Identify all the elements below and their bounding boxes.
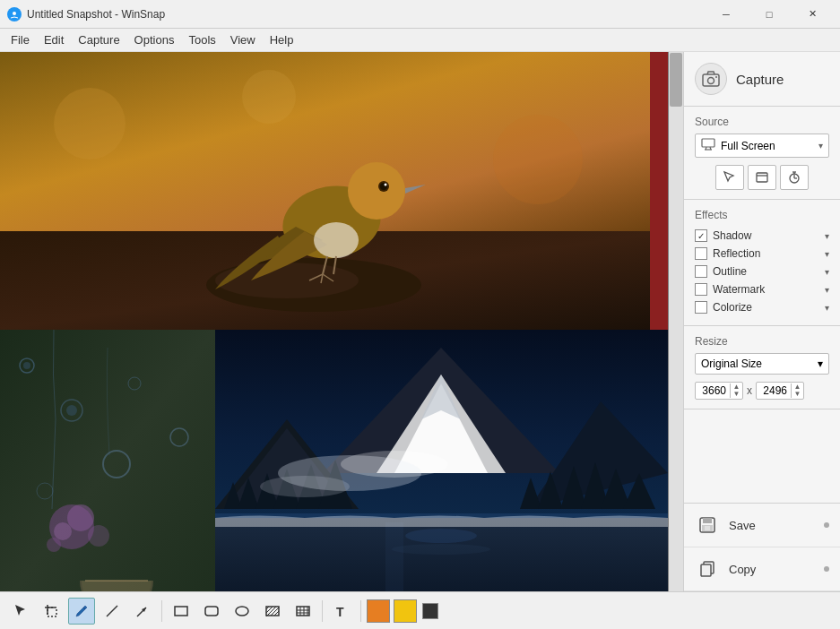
resize-label: Resize bbox=[695, 335, 829, 348]
save-icon bbox=[695, 513, 720, 538]
spacer bbox=[684, 409, 840, 503]
close-button[interactable]: ✕ bbox=[792, 0, 833, 29]
secondary-color-swatch[interactable] bbox=[394, 599, 417, 623]
svg-rect-79 bbox=[703, 518, 712, 523]
shadow-checkbox[interactable]: ✓ bbox=[695, 229, 707, 242]
svg-rect-92 bbox=[205, 607, 218, 616]
outline-checkbox[interactable] bbox=[695, 265, 707, 278]
svg-point-58 bbox=[260, 476, 350, 497]
menu-item-file[interactable]: File bbox=[4, 31, 37, 48]
actions-section: Save Copy bbox=[684, 503, 840, 591]
resize-section: Resize Original Size ▾ 3660 ▲ ▼ x 2496 bbox=[684, 326, 840, 409]
window-title: Untitled Snapshot - WinSnap bbox=[27, 8, 706, 21]
capture-section: Capture bbox=[684, 52, 840, 107]
svg-point-5 bbox=[242, 70, 296, 124]
width-input[interactable]: 3660 ▲ ▼ bbox=[695, 382, 743, 400]
select-mode-btn[interactable] bbox=[715, 165, 744, 190]
svg-point-34 bbox=[47, 538, 61, 552]
monitor-icon bbox=[701, 138, 715, 153]
svg-rect-67 bbox=[702, 139, 714, 147]
effect-row-reflection[interactable]: Reflection ▾ bbox=[695, 245, 829, 263]
image-bird bbox=[0, 52, 668, 330]
svg-line-96 bbox=[266, 607, 273, 613]
hatch-tool[interactable] bbox=[259, 598, 286, 625]
window-controls: ─ □ ✕ bbox=[706, 0, 833, 29]
source-dropdown[interactable]: Full Screen ▾ bbox=[695, 134, 829, 158]
source-section: Source Full Screen ▾ bbox=[684, 107, 840, 200]
scrollbar-thumb[interactable] bbox=[670, 53, 682, 107]
shadow-expand[interactable]: ▾ bbox=[825, 231, 829, 241]
svg-point-33 bbox=[88, 525, 109, 547]
save-dot bbox=[824, 522, 829, 528]
svg-point-31 bbox=[67, 504, 94, 531]
svg-point-57 bbox=[341, 451, 448, 478]
svg-point-1 bbox=[13, 12, 16, 15]
save-button[interactable]: Save bbox=[684, 504, 840, 547]
resize-mode-dropdown[interactable]: Original Size ▾ bbox=[695, 353, 829, 375]
svg-point-61 bbox=[405, 529, 477, 543]
display-icon bbox=[701, 138, 715, 151]
rect-tool[interactable] bbox=[168, 598, 195, 625]
outline-expand[interactable]: ▾ bbox=[825, 267, 829, 277]
reflection-checkbox[interactable] bbox=[695, 247, 707, 260]
height-value: 2496 bbox=[757, 383, 791, 399]
effect-row-colorize[interactable]: Colorize ▾ bbox=[695, 298, 829, 316]
height-input[interactable]: 2496 ▲ ▼ bbox=[756, 382, 804, 400]
svg-rect-81 bbox=[705, 526, 710, 530]
svg-point-6 bbox=[493, 115, 583, 204]
select-tool[interactable] bbox=[7, 598, 34, 625]
sep2 bbox=[322, 600, 323, 622]
window-mode-btn[interactable] bbox=[748, 165, 776, 190]
capture-icon bbox=[695, 63, 727, 95]
colorize-expand[interactable]: ▾ bbox=[825, 303, 829, 313]
svg-rect-21 bbox=[0, 330, 215, 591]
app-icon bbox=[7, 7, 22, 22]
menu-item-edit[interactable]: Edit bbox=[37, 31, 71, 48]
line-tool[interactable] bbox=[99, 598, 126, 625]
maximize-button[interactable]: □ bbox=[749, 0, 790, 29]
source-value: Full Screen bbox=[721, 140, 813, 152]
watermark-expand[interactable]: ▾ bbox=[825, 285, 829, 295]
resize-dropdown-arrow: ▾ bbox=[818, 358, 823, 370]
resize-dimensions: 3660 ▲ ▼ x 2496 ▲ ▼ bbox=[695, 382, 829, 400]
menu-item-help[interactable]: Help bbox=[263, 31, 301, 48]
rounded-rect-tool[interactable] bbox=[198, 598, 225, 625]
width-down[interactable]: ▼ bbox=[731, 391, 742, 398]
tertiary-color-swatch[interactable] bbox=[422, 603, 438, 619]
effect-row-outline[interactable]: Outline ▾ bbox=[695, 263, 829, 280]
resize-mode-value: Original Size bbox=[701, 358, 762, 370]
svg-point-93 bbox=[236, 607, 248, 616]
watermark-checkbox[interactable] bbox=[695, 283, 707, 296]
svg-point-66 bbox=[715, 76, 717, 78]
svg-point-4 bbox=[54, 88, 126, 159]
pen-tool[interactable] bbox=[68, 598, 95, 625]
effect-row-shadow[interactable]: ✓ Shadow ▾ bbox=[695, 227, 829, 245]
timer-mode-btn[interactable] bbox=[780, 165, 809, 190]
copy-button[interactable]: Copy bbox=[684, 547, 840, 591]
ellipse-tool[interactable] bbox=[229, 598, 255, 625]
svg-text:T: T bbox=[336, 605, 344, 619]
svg-point-32 bbox=[54, 522, 72, 540]
colorize-label: Colorize bbox=[713, 301, 825, 314]
dropdown-arrow: ▾ bbox=[818, 141, 823, 151]
menu-item-tools[interactable]: Tools bbox=[181, 31, 222, 48]
svg-rect-63 bbox=[215, 513, 668, 518]
reflection-expand[interactable]: ▾ bbox=[825, 249, 829, 259]
menu-item-options[interactable]: Options bbox=[127, 31, 182, 48]
arrow-tool[interactable] bbox=[129, 598, 156, 625]
canvas-area bbox=[0, 52, 683, 591]
width-spinners: ▲ ▼ bbox=[730, 383, 742, 398]
crop-tool[interactable] bbox=[38, 598, 65, 625]
menu-item-capture[interactable]: Capture bbox=[71, 31, 126, 48]
effect-row-watermark[interactable]: Watermark ▾ bbox=[695, 280, 829, 298]
crosshatch-tool[interactable] bbox=[290, 598, 316, 625]
minimize-button[interactable]: ─ bbox=[706, 0, 747, 29]
dimension-separator: x bbox=[747, 384, 752, 397]
vertical-scrollbar[interactable] bbox=[669, 52, 683, 591]
menu-item-view[interactable]: View bbox=[223, 31, 263, 48]
primary-color-swatch[interactable] bbox=[367, 599, 390, 623]
height-down[interactable]: ▼ bbox=[792, 391, 803, 398]
colorize-checkbox[interactable] bbox=[695, 301, 707, 314]
text-tool[interactable]: T bbox=[328, 598, 355, 625]
main-area: Capture Source Full Screen ▾ bbox=[0, 52, 840, 591]
